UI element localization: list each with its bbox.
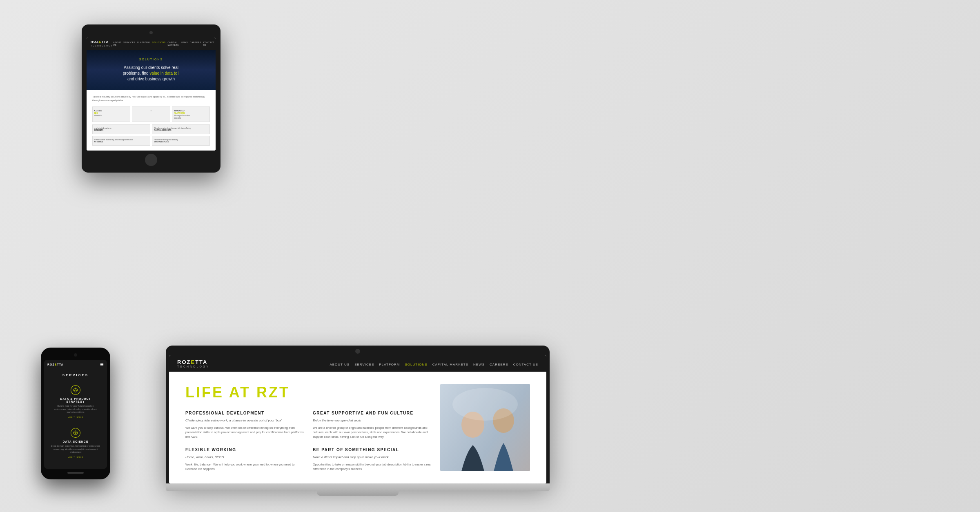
tablet-device: ROZETTATECHNOLOGY ABOUT US SERVICES PLAT… bbox=[82, 24, 220, 173]
life-section: LIFE AT RZT PROFESSIONAL DEVELOPMENT Cha… bbox=[169, 372, 546, 483]
life-card-subtitle-1: Challenging, interesting work, a chance … bbox=[185, 419, 305, 422]
tablet-nav-services[interactable]: SERVICES bbox=[123, 41, 135, 46]
tablet-hero-text: Assisting our clients solve real problem… bbox=[92, 65, 210, 82]
phone-service-desc-2: Deep domain expertise. Consulting or out… bbox=[51, 445, 100, 454]
tablet-logo: ROZETTATECHNOLOGY bbox=[91, 40, 113, 47]
life-card-heading-3: FLEXIBLE WORKING bbox=[185, 448, 305, 452]
phone-screen: ROZETTA ☰ SERVICES bbox=[44, 360, 107, 469]
tablet-services-grid: CLASSIESdomain + MANAGEDPLATFORMManaged … bbox=[92, 106, 210, 122]
hamburger-icon[interactable]: ☰ bbox=[100, 362, 104, 367]
tablet-nav: ROZETTATECHNOLOGY ABOUT US SERVICES PLAT… bbox=[87, 38, 216, 50]
phone-service-icon-1 bbox=[71, 385, 80, 395]
life-card-heading-4: BE PART OF SOMETHING SPECIAL bbox=[313, 448, 432, 452]
tablet-service-markets: markets tick platformMARKETS bbox=[92, 124, 150, 134]
laptop-stand bbox=[317, 491, 399, 496]
svg-point-23 bbox=[452, 388, 518, 421]
phone-service-icon-2 bbox=[71, 428, 80, 438]
nav-item-contact[interactable]: CONTACT US bbox=[513, 360, 538, 367]
life-card-subtitle-4: Have a direct impact and step up to make… bbox=[313, 455, 432, 459]
laptop-nav: ROZETTA TECHNOLOGY ABOUT US SERVICES PLA… bbox=[169, 355, 546, 372]
phone-service-name-1: DATA & PRODUCT STRATEGY bbox=[51, 397, 100, 403]
laptop-screen-outer: ROZETTA TECHNOLOGY ABOUT US SERVICES PLA… bbox=[166, 346, 550, 483]
life-title-black: LIFE AT bbox=[185, 384, 256, 401]
tablet-services-grid2: markets tick platformMARKETS Cloud migra… bbox=[92, 124, 210, 146]
tablet-nav-links: ABOUT US SERVICES PLATFORM SOLUTIONS CAP… bbox=[113, 41, 214, 46]
tablet-nav-contact[interactable]: CONTACT US bbox=[203, 41, 214, 46]
tablet-content-text: Tailored industry solutions driven by re… bbox=[92, 95, 210, 102]
tablet-service-sms: Fraud monitoring and alertingSMS MESSAGE… bbox=[152, 136, 210, 146]
laptop-screen: ROZETTA TECHNOLOGY ABOUT US SERVICES PLA… bbox=[169, 355, 546, 483]
nav-item-solutions[interactable]: SOLUTIONS bbox=[405, 360, 427, 367]
phone-service-name-2: DATA SCIENCE bbox=[51, 440, 100, 443]
laptop-logo-accent: E bbox=[191, 359, 195, 365]
tablet-nav-platform[interactable]: PLATFORM bbox=[137, 41, 150, 46]
tablet-nav-capital[interactable]: CAPITAL MARKETS bbox=[167, 41, 179, 46]
datascience-icon bbox=[73, 430, 78, 436]
tablet-hero: SOLUTIONS Assisting our clients solve re… bbox=[87, 50, 216, 90]
phone-device: ROZETTA ☰ SERVICES bbox=[41, 348, 110, 479]
phone-services-title: SERVICES bbox=[47, 373, 104, 377]
life-content: LIFE AT RZT PROFESSIONAL DEVELOPMENT Cha… bbox=[185, 384, 432, 471]
phone-camera bbox=[74, 353, 77, 357]
phone-learn-more-2[interactable]: Learn More bbox=[51, 456, 100, 458]
tablet-service-cloud: Cloud migration & enhanced tick data off… bbox=[152, 124, 210, 134]
phone-home-bar[interactable] bbox=[67, 472, 84, 474]
life-card-culture: GREAT SUPPORTIVE AND FUN CULTURE Enjoy t… bbox=[313, 411, 432, 439]
nav-item-careers[interactable]: CAREERS bbox=[490, 360, 508, 367]
tablet-camera bbox=[149, 31, 153, 34]
phone-logo: ROZETTA bbox=[47, 363, 64, 366]
life-title: LIFE AT RZT bbox=[185, 384, 432, 401]
tablet-nav-news[interactable]: NEWS bbox=[181, 41, 188, 46]
life-card-heading-2: GREAT SUPPORTIVE AND FUN CULTURE bbox=[313, 411, 432, 415]
life-card-body-1: We want you to stay curious. We offer lo… bbox=[185, 426, 305, 439]
tablet-outer: ROZETTATECHNOLOGY ABOUT US SERVICES PLAT… bbox=[82, 24, 220, 173]
nav-item-capital[interactable]: CAPITAL MARKETS bbox=[432, 360, 468, 367]
laptop-logo: ROZETTA TECHNOLOGY bbox=[177, 359, 209, 368]
tablet-hero-label: SOLUTIONS bbox=[92, 58, 210, 61]
tablet-service-utilities: Infrastructure monitoring and leakage de… bbox=[92, 136, 150, 146]
life-card-professional: PROFESSIONAL DEVELOPMENT Challenging, in… bbox=[185, 411, 305, 439]
phone-outer: ROZETTA ☰ SERVICES bbox=[41, 348, 110, 479]
people-svg bbox=[440, 384, 530, 471]
phone-logo-accent: E bbox=[55, 363, 57, 366]
nav-item-news[interactable]: NEWS bbox=[473, 360, 485, 367]
laptop-nav-links: ABOUT US SERVICES PLATFORM SOLUTIONS CAP… bbox=[330, 360, 538, 367]
laptop-logo-text: ROZETTA bbox=[177, 359, 209, 365]
tablet-service-class: CLASSIESdomain bbox=[92, 106, 130, 122]
nav-item-services[interactable]: SERVICES bbox=[354, 360, 374, 367]
life-card-flexible: FLEXIBLE WORKING Home, work, hours, BYOD… bbox=[185, 448, 305, 472]
tablet-screen: ROZETTATECHNOLOGY ABOUT US SERVICES PLAT… bbox=[87, 38, 216, 151]
life-card-heading-1: PROFESSIONAL DEVELOPMENT bbox=[185, 411, 305, 415]
life-card-subtitle-3: Home, work, hours, BYOD bbox=[185, 455, 305, 459]
tablet-content: Tailored industry solutions driven by re… bbox=[87, 90, 216, 151]
laptop-logo-sub: TECHNOLOGY bbox=[177, 365, 209, 368]
life-card-body-2: We are a diverse group of bright and tal… bbox=[313, 426, 432, 439]
life-card-body-4: Opportunities to take on responsibility … bbox=[313, 462, 432, 472]
tablet-logo-sub: TECHNOLOGY bbox=[91, 44, 113, 47]
laptop-base bbox=[166, 483, 550, 491]
svg-line-29 bbox=[76, 389, 77, 391]
laptop-camera bbox=[355, 349, 360, 354]
life-people-image bbox=[440, 384, 530, 471]
phone-service-strategy: DATA & PRODUCT STRATEGY Build a map for … bbox=[47, 382, 104, 421]
life-card-body-3: Work, life, balance - We will help you w… bbox=[185, 462, 305, 472]
phone-service-desc-1: Build a map for your future based on env… bbox=[51, 405, 100, 414]
phone-nav: ROZETTA ☰ bbox=[44, 360, 107, 369]
life-image-bg bbox=[440, 384, 530, 471]
tablet-home-button[interactable] bbox=[145, 154, 157, 166]
life-grid: PROFESSIONAL DEVELOPMENT Challenging, in… bbox=[185, 411, 432, 471]
phone-learn-more-1[interactable]: Learn More bbox=[51, 416, 100, 418]
tablet-nav-careers[interactable]: CAREERS bbox=[190, 41, 201, 46]
life-card-subtitle-2: Enjoy the time you spend at work bbox=[313, 419, 432, 422]
nav-item-platform[interactable]: PLATFORM bbox=[379, 360, 400, 367]
svg-line-28 bbox=[74, 389, 76, 391]
life-card-special: BE PART OF SOMETHING SPECIAL Have a dire… bbox=[313, 448, 432, 472]
tablet-service-managed: MANAGEDPLATFORMManaged serviceexperts bbox=[172, 106, 210, 122]
tablet-nav-about[interactable]: ABOUT US bbox=[113, 41, 121, 46]
life-title-accent: RZT bbox=[256, 384, 290, 401]
nav-item-about[interactable]: ABOUT US bbox=[330, 360, 350, 367]
phone-services-section: SERVICES DATA & PRO bbox=[44, 369, 107, 469]
tablet-nav-solutions[interactable]: SOLUTIONS bbox=[152, 41, 165, 46]
laptop-device: ROZETTA TECHNOLOGY ABOUT US SERVICES PLA… bbox=[166, 346, 550, 496]
phone-service-datascience: DATA SCIENCE Deep domain expertise. Cons… bbox=[47, 425, 104, 461]
